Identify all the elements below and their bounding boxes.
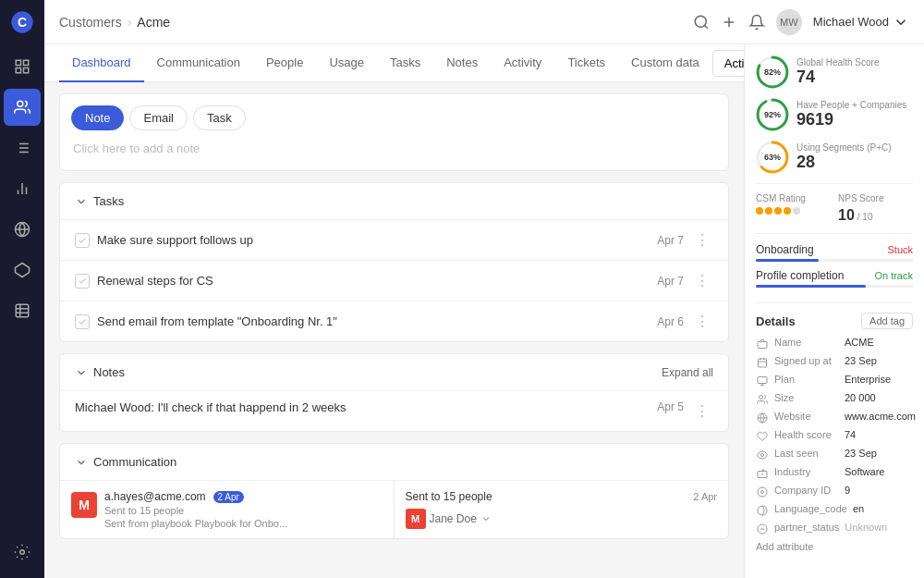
comm-right-sender: M Jane Doe xyxy=(406,509,718,529)
csm-dot-1 xyxy=(756,207,763,215)
sidebar-item-globe[interactable] xyxy=(4,211,41,248)
details-title: Details xyxy=(756,314,796,328)
partner-icon xyxy=(756,523,769,535)
detail-signed-up: Signed up at 23 Sep xyxy=(756,355,913,369)
svg-point-6 xyxy=(18,101,23,106)
task-checkbox-1[interactable] xyxy=(75,233,90,248)
tab-custom-data[interactable]: Custom data xyxy=(618,44,712,82)
name-icon xyxy=(756,338,769,350)
svg-rect-5 xyxy=(24,68,29,73)
sidebar-item-chart[interactable] xyxy=(4,170,41,207)
breadcrumb-parent[interactable]: Customers xyxy=(59,15,122,30)
task-button[interactable]: Task xyxy=(193,105,246,130)
csm-dot-5 xyxy=(793,207,800,215)
detail-health-score: Health score 74 xyxy=(756,429,913,443)
tab-people[interactable]: People xyxy=(253,44,316,82)
profile-bar xyxy=(756,285,866,288)
svg-rect-18 xyxy=(16,304,29,317)
people-companies-percent: 92% xyxy=(764,110,781,119)
note-menu[interactable]: ⋮ xyxy=(691,400,713,422)
tab-usage[interactable]: Usage xyxy=(316,44,377,82)
actions-button[interactable]: Actions xyxy=(712,50,744,77)
svg-line-21 xyxy=(704,25,707,28)
detail-website-value: www.acme.com xyxy=(845,411,916,422)
task-text-1: Make sure support follows up xyxy=(97,233,650,247)
comm-badge: 2 Apr xyxy=(213,491,244,503)
task-item: Make sure support follows up Apr 7 ⋮ xyxy=(60,219,728,260)
health-icon xyxy=(756,430,769,443)
note-placeholder[interactable]: Click here to add a note xyxy=(71,138,717,159)
tab-tickets[interactable]: Tickets xyxy=(554,44,618,82)
sidebar-item-users[interactable] xyxy=(4,89,41,126)
email-button[interactable]: Email xyxy=(129,105,188,130)
topbar: Customers › Acme MW Michael Wood xyxy=(44,0,924,44)
csm-rating-box: CSM Rating xyxy=(756,193,831,224)
task-menu-3[interactable]: ⋮ xyxy=(691,311,713,332)
note-date: Apr 5 xyxy=(657,400,684,413)
note-button[interactable]: Note xyxy=(71,105,124,130)
details-header: Details Add tag xyxy=(756,313,913,329)
search-icon[interactable] xyxy=(693,14,710,31)
detail-industry-value: Software xyxy=(845,466,884,477)
task-checkbox-2[interactable] xyxy=(75,274,90,289)
detail-name-value: ACME xyxy=(845,337,874,348)
sidebar-item-table[interactable] xyxy=(4,292,41,329)
user-name[interactable]: Michael Wood xyxy=(813,14,909,31)
sidebar-item-list[interactable] xyxy=(4,129,41,166)
nps-suffix: / 10 xyxy=(857,212,873,222)
tasks-chevron-icon[interactable] xyxy=(75,195,88,208)
profile-completion-item: Profile completion On track xyxy=(756,269,913,288)
svg-rect-31 xyxy=(759,359,767,367)
svg-text:C: C xyxy=(18,15,27,30)
notes-header: Notes Expand all xyxy=(60,354,728,390)
tab-notes[interactable]: Notes xyxy=(433,44,491,82)
csm-dot-2 xyxy=(765,207,772,215)
tab-communication[interactable]: Communication xyxy=(144,44,253,82)
task-menu-2[interactable]: ⋮ xyxy=(691,270,713,291)
check-icon xyxy=(78,236,87,245)
communication-list: M a.hayes@acme.com 2 Apr Sent to 15 peop… xyxy=(60,480,728,538)
communication-card: Communication M a.hayes@acme.com 2 Apr S… xyxy=(59,443,729,539)
segments-row: 63% Using Segments (P+C) 28 xyxy=(756,141,913,184)
sidebar-item-diamond[interactable] xyxy=(4,252,41,289)
global-health-score-row: 82% Global Health Score 74 xyxy=(756,55,913,89)
task-checkbox-3[interactable] xyxy=(75,314,90,329)
csm-nps-row: CSM Rating NPS Score 10 / 10 xyxy=(756,193,913,234)
task-item: Renewal steps for CS Apr 7 ⋮ xyxy=(60,260,728,301)
nps-label: NPS Score xyxy=(838,193,913,203)
comm-left-body: a.hayes@acme.com 2 Apr Sent to 15 people… xyxy=(104,490,383,529)
progress-section: Onboarding Stuck Profile completion On t… xyxy=(756,243,913,303)
website-icon xyxy=(756,412,769,424)
global-health-circle: 82% xyxy=(756,55,789,89)
add-attribute-button[interactable]: Add attribute xyxy=(756,541,913,552)
svg-marker-17 xyxy=(16,264,30,277)
onboarding-bar-bg xyxy=(756,259,913,262)
comm-right-header: Sent to 15 people 2 Apr xyxy=(406,490,718,503)
details-rows: Name ACME Signed up at 23 Sep Plan Enter… xyxy=(756,337,913,535)
notes-chevron-icon[interactable] xyxy=(75,366,88,379)
tab-activity[interactable]: Activity xyxy=(491,44,554,82)
communication-chevron-icon[interactable] xyxy=(75,456,88,469)
tab-tasks[interactable]: Tasks xyxy=(377,44,433,82)
communication-header: Communication xyxy=(60,444,728,480)
add-tag-button[interactable]: Add tag xyxy=(861,313,913,329)
sender-chevron-icon xyxy=(480,513,492,524)
svg-point-41 xyxy=(761,454,764,457)
nps-score-box: NPS Score 10 / 10 xyxy=(838,193,913,224)
task-menu-1[interactable]: ⋮ xyxy=(691,229,713,251)
tab-dashboard[interactable]: Dashboard xyxy=(59,44,144,82)
expand-all-button[interactable]: Expand all xyxy=(662,366,713,379)
bell-icon[interactable] xyxy=(748,14,765,31)
sidebar-item-settings[interactable] xyxy=(4,534,41,571)
comm-left-item[interactable]: M a.hayes@acme.com 2 Apr Sent to 15 peop… xyxy=(60,480,395,538)
calendar-icon xyxy=(756,356,769,369)
add-icon[interactable] xyxy=(721,14,737,31)
sidebar-item-grid[interactable] xyxy=(4,48,41,85)
task-text-2: Renewal steps for CS xyxy=(97,274,650,288)
size-icon xyxy=(756,393,769,406)
content-area: Dashboard Communication People Usage Tas… xyxy=(44,44,924,578)
svg-rect-3 xyxy=(24,60,29,65)
detail-partner-status: partner_status Unknown xyxy=(756,522,913,535)
breadcrumb-separator: › xyxy=(128,15,132,30)
onboarding-bar xyxy=(756,259,819,262)
